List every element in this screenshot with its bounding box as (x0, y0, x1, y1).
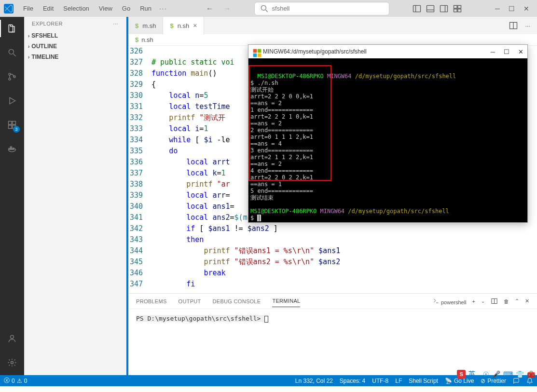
ime-lang[interactable]: 英 (468, 370, 475, 378)
activity-account-icon[interactable] (5, 332, 19, 345)
status-spaces[interactable]: Spaces: 4 (340, 378, 365, 384)
sidebar-section-outline[interactable]: ›OUTLINE (24, 41, 126, 52)
svg-rect-17 (9, 122, 12, 125)
highlight-box (248, 65, 331, 181)
terminal-split-icon[interactable] (491, 297, 498, 305)
status-encoding[interactable]: UTF-8 (372, 378, 388, 384)
tab-n-sh[interactable]: $ n.sh × (163, 17, 204, 34)
menu-more-icon[interactable]: ··· (159, 5, 167, 12)
extensions-badge: 3 (13, 126, 20, 133)
svg-rect-11 (458, 9, 461, 12)
panel-tab-terminal[interactable]: TERMINAL (272, 295, 300, 307)
svg-rect-9 (458, 5, 461, 8)
terminal-body[interactable]: PS D:\mysetup\gopath\src\sfshell> (128, 309, 537, 375)
mintty-minimize-icon[interactable]: ─ (491, 48, 495, 55)
activity-debug-icon[interactable] (5, 94, 19, 108)
command-center[interactable]: sfshell (254, 2, 389, 15)
svg-rect-4 (427, 5, 434, 12)
panel-close-icon[interactable]: ✕ (525, 298, 529, 304)
activity-extensions-icon[interactable]: 3 (5, 118, 19, 132)
status-eol[interactable]: LF (395, 378, 402, 384)
activity-bar: 3 (0, 17, 24, 375)
menu-selection[interactable]: Selection (59, 3, 93, 14)
layout-primary-icon[interactable] (412, 4, 422, 14)
mintty-icon (252, 48, 259, 55)
activity-docker-icon[interactable] (5, 142, 19, 156)
activity-search-icon[interactable] (5, 46, 19, 59)
ps-prompt: PS D:\mysetup\gopath\src\sfshell> (136, 315, 264, 322)
tray-keyboard-icon[interactable]: ⌨ (503, 370, 513, 378)
svg-rect-6 (441, 5, 448, 12)
split-editor-icon[interactable] (509, 21, 518, 30)
sidebar-section-sfshell[interactable]: ›SFSHELL (24, 30, 126, 41)
svg-rect-20 (13, 122, 16, 125)
svg-rect-18 (9, 125, 12, 129)
activity-explorer-icon[interactable] (5, 22, 19, 35)
svg-point-15 (9, 78, 11, 80)
mintty-title: MINGW64:/d/mysetup/gopath/src/sfshell (263, 48, 367, 55)
tab-close-icon[interactable]: × (193, 22, 197, 29)
activity-settings-icon[interactable] (5, 356, 19, 369)
sogou-ime-icon[interactable]: S (457, 370, 466, 378)
nav-forward-icon[interactable]: → (223, 4, 231, 13)
svg-point-0 (261, 5, 266, 10)
editor-tabs: $ m.sh $ n.sh × ··· (128, 17, 537, 34)
statusbar: ⓧ 0 ⚠ 0 Ln 332, Col 22 Spaces: 4 UTF-8 L… (0, 375, 537, 386)
mintty-close-icon[interactable]: ✕ (518, 48, 523, 55)
status-cursor[interactable]: Ln 332, Col 22 (295, 378, 333, 384)
system-tray: S 英 , ☉ 🎤 ⌨ 👕 🧰 (457, 370, 535, 378)
menu-go[interactable]: Go (118, 3, 134, 14)
svg-point-14 (9, 73, 11, 75)
window-close-icon[interactable]: ✕ (523, 5, 529, 13)
terminal-shell-selector[interactable]: powershell (433, 297, 467, 305)
bottom-panel: PROBLEMS OUTPUT DEBUG CONSOLE TERMINAL p… (128, 293, 537, 375)
svg-rect-33 (258, 49, 262, 53)
menu-view[interactable]: View (95, 3, 116, 14)
tray-toolbox-icon[interactable]: 🧰 (527, 370, 535, 378)
tab-m-sh[interactable]: $ m.sh (128, 17, 163, 34)
svg-rect-35 (258, 54, 262, 57)
layout-customize-icon[interactable] (453, 4, 462, 14)
activity-scm-icon[interactable] (5, 70, 19, 83)
svg-point-26 (11, 362, 14, 364)
window-maximize-icon[interactable]: ☐ (509, 5, 515, 13)
svg-point-25 (11, 335, 14, 338)
status-lang[interactable]: Shell Script (409, 378, 438, 384)
nav-back-icon[interactable]: ← (206, 4, 214, 13)
editor-more-icon[interactable]: ··· (525, 22, 530, 29)
vscode-logo-icon (4, 4, 14, 14)
panel-tab-output[interactable]: OUTPUT (179, 296, 201, 307)
terminal-new-icon[interactable]: + (472, 298, 475, 304)
shell-file-icon: $ (135, 22, 138, 29)
explorer-more-icon[interactable]: ··· (113, 21, 118, 27)
svg-rect-10 (454, 9, 457, 12)
mintty-window[interactable]: MINGW64:/d/mysetup/gopath/src/sfshell ─ … (248, 44, 528, 223)
window-minimize-icon[interactable]: ─ (495, 5, 500, 13)
line-gutter: 3263273283293303313323333343353363373383… (128, 46, 151, 293)
layout-secondary-icon[interactable] (439, 4, 449, 14)
menu-run[interactable]: Run (136, 3, 155, 14)
status-errors[interactable]: ⓧ 0 ⚠ 0 (4, 377, 27, 385)
menu-file[interactable]: File (19, 3, 37, 14)
panel-maximize-icon[interactable]: ⌃ (515, 298, 519, 304)
svg-rect-32 (253, 49, 257, 53)
panel-tab-debug[interactable]: DEBUG CONSOLE (213, 296, 261, 307)
tray-mic-icon[interactable]: 🎤 (492, 370, 500, 378)
mintty-body[interactable]: MSI@DESKTOP-486RPKO MINGW64 /d/mysetup/g… (248, 58, 527, 222)
svg-line-13 (14, 54, 16, 56)
shell-file-icon: $ (170, 22, 173, 29)
terminal-dropdown-icon[interactable]: ⌄ (481, 298, 485, 304)
sidebar-section-timeline[interactable]: ›TIMELINE (24, 52, 126, 62)
layout-panel-icon[interactable] (426, 4, 435, 14)
tray-emoji-icon[interactable]: , (478, 370, 480, 378)
terminal-kill-icon[interactable]: 🗑 (504, 298, 509, 304)
svg-line-1 (265, 10, 267, 12)
tray-skin-icon[interactable]: 👕 (516, 370, 524, 378)
mintty-maximize-icon[interactable]: ☐ (504, 48, 509, 55)
tray-sync-icon[interactable]: ☉ (483, 370, 489, 378)
menu-edit[interactable]: Edit (39, 3, 57, 14)
panel-tab-problems[interactable]: PROBLEMS (136, 296, 167, 307)
search-text: sfshell (272, 5, 290, 12)
svg-rect-2 (413, 5, 421, 12)
explorer-sidebar: EXPLORER ··· ›SFSHELL ›OUTLINE ›TIMELINE (24, 17, 126, 375)
